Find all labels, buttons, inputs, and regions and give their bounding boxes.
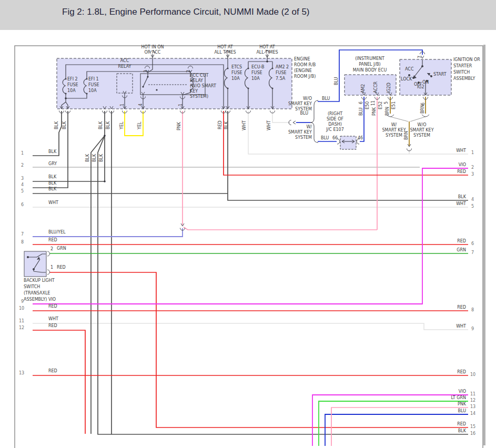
main-body-ecu-box <box>345 75 396 95</box>
backup-light-switch-box <box>24 251 46 277</box>
engine-room-junction-box <box>57 58 292 109</box>
wire-blk-1 <box>33 111 62 156</box>
wire-red-backup-to-15 <box>49 272 468 427</box>
wiring-diagram-svg <box>0 0 496 448</box>
wiring-diagram-page: Fig 2: 1.8L, Engine Performance Circuit,… <box>0 0 496 448</box>
wire-blu-jc-branch <box>318 97 364 141</box>
jc-e107-box <box>340 136 356 149</box>
wire-blu-riser-14 <box>325 414 468 446</box>
wire-blk-ground-b <box>98 136 468 434</box>
wire-pnk-riser-13 <box>331 408 468 446</box>
smart-key-branch-symbols <box>310 100 429 144</box>
wire-pnk-accr <box>184 97 377 230</box>
wire-blk-4 <box>33 111 68 188</box>
wire-wht-am2 <box>272 111 290 123</box>
wire-wht-ecub-to-1 <box>248 111 468 154</box>
wire-red-12 <box>33 330 85 434</box>
wire-vio-riser-11 <box>312 395 468 446</box>
wire-yel-loop <box>125 111 143 136</box>
harness-wires <box>33 50 468 446</box>
scrollbar[interactable] <box>483 45 485 445</box>
wire-bluyel-7 <box>33 228 183 237</box>
